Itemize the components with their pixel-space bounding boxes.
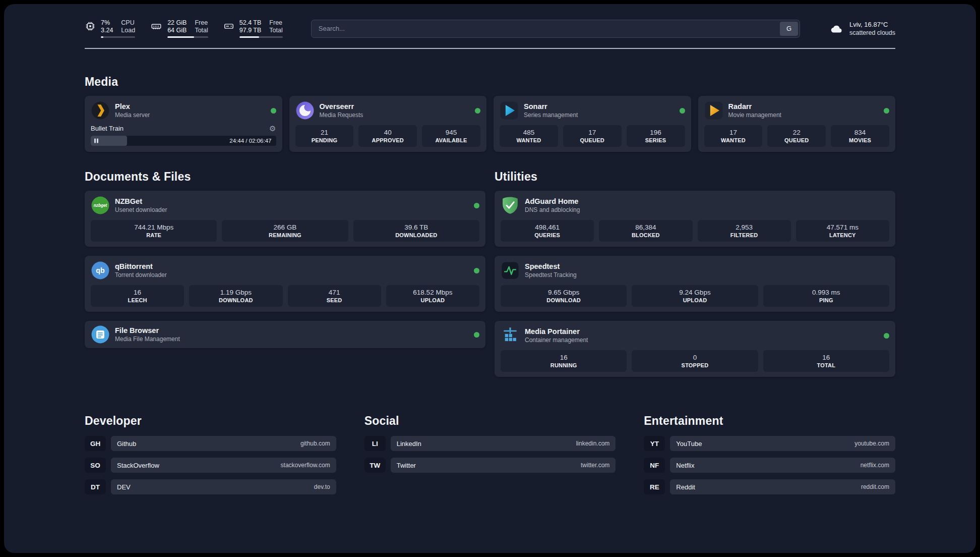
bookmark-url: twitter.com [581, 462, 609, 469]
bookmark-reddit[interactable]: RE Reddit reddit.com [644, 479, 895, 494]
playback-time: 24:44 / 02:06:47 [229, 136, 271, 146]
app-name: Radarr [728, 102, 781, 110]
app-subtitle: Speedtest Tracking [525, 271, 577, 278]
disk-progress-bar [239, 36, 283, 38]
search-engine-button[interactable]: G [780, 22, 798, 36]
search-bar: G [311, 20, 800, 38]
topbar: 7% CPU 3.24 Load 22 GiB Free [85, 19, 895, 38]
stat-tile: 21 PENDING [295, 125, 354, 147]
bookmark-stackoverflow[interactable]: SO StackOverflow stackoverflow.com [85, 458, 336, 473]
bookmark-twitter[interactable]: TW Twitter twitter.com [364, 458, 616, 473]
stat-value: 47.571 ms [798, 224, 887, 231]
topbar-divider [85, 48, 895, 49]
stat-label: QUERIES [503, 232, 592, 238]
stat-tile: 16 RUNNING [501, 350, 627, 372]
status-dot [474, 203, 479, 208]
filebrowser-card[interactable]: File Browser Media File Management [85, 321, 485, 348]
search-input[interactable] [312, 25, 780, 32]
nzbget-card[interactable]: nzbget NZBGet Usenet downloader 744.21 M… [85, 191, 485, 247]
bookmark-url: youtube.com [854, 440, 889, 447]
dev-abbr-icon: DT [85, 479, 106, 494]
stat-value: 86,384 [601, 224, 690, 231]
app-subtitle: DNS and adblocking [525, 206, 580, 213]
playback-progress-bar[interactable]: 24:44 / 02:06:47 [91, 136, 276, 146]
stat-value: 834 [833, 129, 887, 136]
bookmark-netflix[interactable]: NF Netflix netflix.com [644, 458, 895, 473]
radarr-icon [704, 101, 723, 120]
stat-value: 471 [290, 289, 379, 296]
ram-progress-bar [167, 36, 208, 38]
documents-section-title: Documents & Files [85, 170, 485, 184]
bookmark-url: reddit.com [861, 483, 889, 490]
speedtest-card[interactable]: Speedtest Speedtest Tracking 9.65 Gbps D… [495, 256, 895, 312]
stat-tile: 40 APPROVED [358, 125, 417, 147]
app-subtitle: Media File Management [115, 336, 180, 343]
stat-label: LEECH [93, 297, 182, 303]
stat-tile: 16 TOTAL [763, 350, 889, 372]
disk-icon [223, 21, 234, 32]
pause-icon[interactable] [94, 139, 98, 143]
overseerr-card[interactable]: Overseerr Media Requests 21 PENDING 40 A… [289, 96, 487, 152]
stat-value: 266 GB [224, 224, 346, 231]
adguard-card[interactable]: AdGuard Home DNS and adblocking 498,461 … [495, 191, 895, 247]
sonarr-card[interactable]: Sonarr Series management 485 WANTED 17 Q… [494, 96, 691, 152]
app-subtitle: Media Requests [320, 112, 363, 119]
bookmark-github[interactable]: GH Github github.com [85, 436, 336, 451]
stat-tile: 1.19 Gbps DOWNLOAD [189, 285, 282, 307]
stat-label: RUNNING [503, 362, 625, 368]
stat-value: 16 [503, 354, 625, 361]
svg-text:qb: qb [96, 266, 105, 274]
bookmark-name: StackOverflow [117, 462, 159, 469]
stat-value: 39.6 TB [355, 224, 477, 231]
bookmark-url: stackoverflow.com [281, 462, 330, 469]
disk-meter-body: 52.4 TB Free 97.9 TB Total [239, 19, 283, 38]
bookmark-linkedin[interactable]: LI LinkedIn linkedin.com [364, 436, 616, 451]
stat-tile: 86,384 BLOCKED [599, 220, 692, 242]
status-dot [271, 108, 276, 114]
stat-value: 9.24 Gbps [634, 289, 756, 296]
ram-icon [150, 21, 162, 32]
bookmark-dev[interactable]: DT DEV dev.to [85, 479, 336, 494]
bookmark-url: linkedin.com [576, 440, 610, 447]
qbittorrent-icon: qb [91, 261, 110, 280]
app-name: File Browser [115, 326, 180, 335]
utilities-section: Utilities AdGuard Home DNS and adblockin… [495, 170, 895, 377]
stat-label: UPLOAD [634, 297, 756, 303]
stat-label: BLOCKED [601, 232, 690, 238]
cpu-meter-body: 7% CPU 3.24 Load [101, 19, 135, 38]
portainer-card[interactable]: Media Portainer Container management 16 … [495, 321, 895, 377]
stat-tile: 17 QUEUED [563, 125, 622, 147]
cloud-icon [828, 23, 844, 36]
app-name: Plex [115, 102, 150, 110]
stat-value: 0.993 ms [765, 289, 887, 296]
plex-card[interactable]: Plex Media server Bullet Train ⚙ 24:44 /… [85, 96, 282, 152]
status-dot [884, 333, 889, 339]
stat-value: 618.52 Mbps [388, 289, 477, 296]
gear-icon[interactable]: ⚙ [269, 125, 276, 132]
disk-free-label: Free [269, 19, 282, 26]
github-abbr-icon: GH [85, 436, 106, 451]
filebrowser-icon [91, 325, 110, 344]
status-dot [474, 332, 479, 338]
cpu-load-label: Load [121, 27, 135, 34]
cpu-progress-bar [101, 36, 135, 38]
stat-value: 196 [629, 129, 683, 136]
status-dot [474, 268, 479, 273]
weather-widget: Lviv, 16.87°C scattered clouds [828, 21, 895, 36]
dashboard: 7% CPU 3.24 Load 22 GiB Free [4, 4, 976, 553]
stat-label: FILTERED [700, 232, 789, 238]
bookmark-youtube[interactable]: YT YouTube youtube.com [644, 436, 895, 451]
stat-label: AVAILABLE [424, 137, 478, 143]
stat-label: QUEUED [769, 137, 824, 143]
bookmark-url: dev.to [314, 483, 330, 490]
qbittorrent-card[interactable]: qb qBittorrent Torrent downloader 16 LEE… [85, 256, 485, 312]
bookmark-name: YouTube [676, 440, 702, 448]
radarr-card[interactable]: Radarr Movie management 17 WANTED 22 QUE… [698, 96, 896, 152]
stat-tile: 618.52 Mbps UPLOAD [386, 285, 479, 307]
youtube-abbr-icon: YT [644, 436, 665, 451]
ram-free-label: Free [195, 19, 208, 26]
stat-value: 945 [424, 129, 478, 136]
nzbget-icon: nzbget [91, 196, 110, 215]
stat-label: PENDING [297, 137, 352, 143]
cpu-icon [85, 21, 96, 32]
